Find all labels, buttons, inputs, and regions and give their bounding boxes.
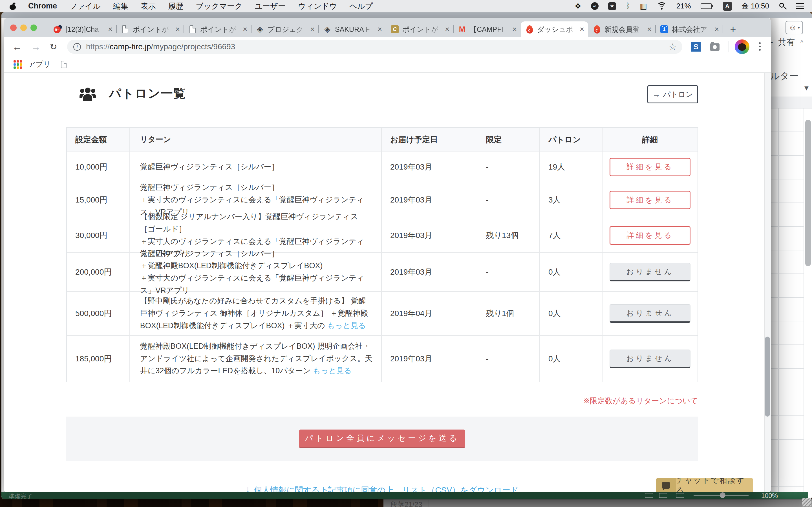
filter-dropdown-icon[interactable]: ▼ xyxy=(803,84,810,92)
share-label: 共有 xyxy=(778,37,795,48)
url-text[interactable]: https://camp-fire.jp/mypage/projects/966… xyxy=(86,42,668,51)
tab-calendar[interactable]: 1 株式会社ア × xyxy=(656,21,723,37)
menu-item-view[interactable]: 表示 xyxy=(141,1,156,11)
tab-strip: 9+ [12(3)]Cha × ポイントが × ポイントが × ◈ プロジェク xyxy=(4,18,771,37)
browser-toolbar: ← → ↻ i https://camp-fire.jp/mypage/proj… xyxy=(4,37,771,56)
amount-cell: 15,000円 xyxy=(67,182,130,218)
tab-points-2[interactable]: ポイントが × xyxy=(184,21,251,37)
profile-avatar[interactable] xyxy=(735,40,749,54)
forward-button[interactable]: → xyxy=(31,37,41,56)
bookmark-app-icon[interactable]: ★ xyxy=(608,2,616,10)
bookmark-star-icon[interactable]: ☆ xyxy=(668,41,677,52)
amount-cell: 185,000円 xyxy=(67,336,130,382)
close-icon[interactable]: × xyxy=(108,25,112,34)
page-scrollbar[interactable] xyxy=(764,73,771,492)
close-icon[interactable]: × xyxy=(377,25,382,34)
smiley-feedback-icon[interactable]: ☺▾ xyxy=(785,21,803,34)
minimize-window-button[interactable] xyxy=(20,24,27,31)
tab-project[interactable]: ◈ プロジェク × xyxy=(251,21,319,37)
battery-icon[interactable] xyxy=(701,3,713,9)
window-shadow xyxy=(770,18,779,492)
page-favicon xyxy=(188,25,197,34)
menu-item-bookmarks[interactable]: ブックマーク xyxy=(196,1,243,11)
message-all-patrons-button[interactable]: パトロン全員にメッセージを送る xyxy=(299,430,465,448)
header-amount: 設定金額 xyxy=(67,128,130,152)
close-icon[interactable]: × xyxy=(714,25,719,34)
dropbox-icon[interactable]: ❖ xyxy=(574,2,581,11)
more-link[interactable]: もっと見る xyxy=(313,367,352,375)
view-detail-button[interactable]: 詳細を見る xyxy=(610,158,691,176)
close-icon[interactable]: × xyxy=(647,25,652,34)
new-tab-button[interactable]: + xyxy=(727,23,739,36)
apple-logo-icon[interactable] xyxy=(10,3,16,10)
menu-app-name[interactable]: Chrome xyxy=(28,2,57,10)
menu-bar: Chrome ファイル 編集 表示 履歴 ブックマーク ユーザー ウィンドウ ヘ… xyxy=(0,0,812,12)
patrons-cell: 0人 xyxy=(540,292,603,335)
tab-title: プロジェク xyxy=(267,25,307,34)
tab-sakura[interactable]: ◈ SAKURA F × xyxy=(319,21,386,37)
limited-cell: - xyxy=(477,182,540,218)
menu-item-users[interactable]: ユーザー xyxy=(255,1,286,11)
reload-button[interactable]: ↻ xyxy=(50,37,57,56)
tab-chatwork[interactable]: 9+ [12(3)]Cha × xyxy=(49,21,116,37)
excel-scrollbar-thumb[interactable] xyxy=(805,120,811,266)
close-icon[interactable]: × xyxy=(310,25,315,34)
close-window-button[interactable] xyxy=(10,24,17,31)
scrollbar-thumb[interactable] xyxy=(765,337,770,416)
header-delivery: お届け予定日 xyxy=(382,128,477,152)
letter-c-favicon: C xyxy=(391,25,399,34)
csv-download-link[interactable]: ↓ 個人情報に関する下記事項に同意の上、リスト（CSV）をダウンロード xyxy=(66,485,698,492)
menu-item-file[interactable]: ファイル xyxy=(69,1,101,11)
address-bar[interactable]: i https://camp-fire.jp/mypage/projects/9… xyxy=(67,40,682,54)
tab-new-member[interactable]: 新規会員登 × xyxy=(588,21,656,37)
tab-dashboard-active[interactable]: ダッシュボ × xyxy=(521,21,588,37)
close-icon[interactable]: × xyxy=(512,25,517,34)
browser-menu-icon[interactable] xyxy=(759,42,761,51)
extension-s-icon[interactable]: S xyxy=(691,42,701,52)
chat-widget-button[interactable]: チャットで相談する xyxy=(656,478,753,492)
limited-note-link[interactable]: ※限定数があるリターンについて xyxy=(66,396,698,406)
menu-clock[interactable]: 金 10:50 xyxy=(742,1,769,11)
view-detail-button[interactable]: 詳細を見る xyxy=(610,226,691,245)
tab-title: ポイントが xyxy=(402,25,442,34)
close-icon[interactable]: × xyxy=(445,25,449,34)
tab-points-3[interactable]: C ポイントが × xyxy=(386,21,453,37)
view-normal-icon[interactable] xyxy=(645,493,653,498)
menu-item-window[interactable]: ウィンドウ xyxy=(298,1,337,11)
bluetooth-icon[interactable]: ᛒ xyxy=(626,2,630,10)
tab-gmail-campfire[interactable]: M 【CAMPFI × xyxy=(453,21,521,37)
spotlight-search-icon[interactable] xyxy=(779,2,786,10)
apps-bookmark-label[interactable]: アプリ xyxy=(28,59,51,69)
zoom-level[interactable]: 100% xyxy=(761,492,778,499)
page-bookmark-icon[interactable] xyxy=(61,61,66,68)
info-icon[interactable]: i xyxy=(73,43,81,51)
notification-center-icon[interactable] xyxy=(796,3,804,9)
tab-points-1[interactable]: ポイントが × xyxy=(116,21,184,37)
view-layout-icon[interactable] xyxy=(659,493,667,498)
gem-favicon: ◈ xyxy=(323,25,332,34)
delivery-cell: 2019年03月 xyxy=(382,253,477,291)
resize-handle[interactable] xyxy=(802,498,811,506)
close-icon[interactable]: × xyxy=(175,25,180,34)
camera-extension-icon[interactable] xyxy=(710,43,719,51)
view-detail-button[interactable]: 詳細を見る xyxy=(610,191,691,209)
wifi-icon[interactable] xyxy=(657,2,667,10)
view-pagebreak-icon[interactable] xyxy=(676,493,684,498)
patrons-cell: 0人 xyxy=(540,336,603,382)
input-source-icon[interactable]: A xyxy=(723,2,732,11)
close-icon[interactable]: × xyxy=(243,25,247,34)
zoom-slider-thumb[interactable] xyxy=(720,492,725,498)
menu-item-history[interactable]: 履歴 xyxy=(168,1,184,11)
display-bars-icon[interactable]: ▥ xyxy=(640,2,647,11)
delivery-cell: 2019年03月 xyxy=(382,182,477,218)
close-icon[interactable]: × xyxy=(580,25,584,34)
tab-title: 株式会社ア xyxy=(672,25,711,34)
menu-item-help[interactable]: ヘルプ xyxy=(349,1,373,11)
patron-nav-button[interactable]: →パトロン xyxy=(647,86,698,103)
adobe-cc-icon[interactable]: ∞ xyxy=(591,2,599,10)
menu-item-edit[interactable]: 編集 xyxy=(113,1,128,11)
back-button[interactable]: ← xyxy=(12,37,22,56)
apps-grid-icon[interactable] xyxy=(13,60,22,69)
more-link[interactable]: もっと見る xyxy=(327,321,366,330)
zoom-window-button[interactable] xyxy=(31,24,37,31)
